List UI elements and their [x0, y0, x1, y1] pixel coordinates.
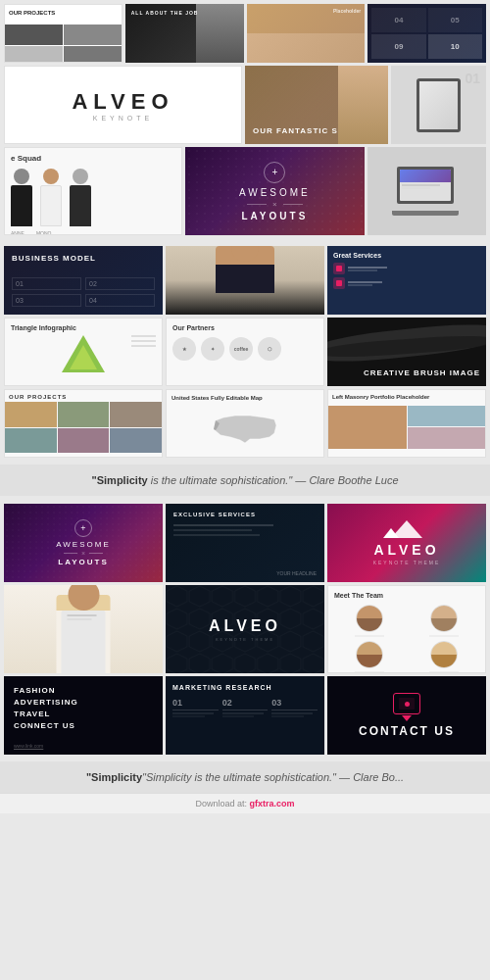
exclusive-title: EXCLUSIVE SERVICES: [173, 512, 317, 519]
placeholder-slide-1: Placeholder: [247, 4, 366, 63]
contact-icon-container: [393, 693, 420, 714]
job-slide-thumb: ALL ABOUT THE JOB: [125, 4, 244, 63]
service-text-2: [348, 281, 480, 286]
member-3-face: [357, 642, 382, 667]
exclusive-headline: YOUR HEADLINE: [276, 570, 317, 576]
mktg-num-3: 03: [271, 698, 318, 708]
job-label-container: ALL ABOUT THE JOB: [131, 10, 199, 17]
screen-top: [400, 170, 451, 182]
num-04: 04: [371, 8, 425, 32]
contact-dot: [405, 702, 410, 707]
member-2-avatar: [430, 605, 458, 632]
brush-slide: CREATIVE BRUSH IMAGE: [327, 318, 486, 386]
fashion-list: FASHION ADVERTISING TRAVEL CONNECT US: [14, 686, 153, 730]
screen-line-2: [402, 187, 430, 189]
triangle-shape: [62, 335, 105, 372]
meet-team-slide: Meet The Team: [327, 585, 486, 673]
bottom-row-3: FASHION ADVERTISING TRAVEL CONNECT US ww…: [4, 676, 486, 755]
alveo-dark-brand: ALVEO: [209, 617, 281, 635]
hat-shirt: [62, 611, 106, 673]
project-photos: [5, 402, 162, 453]
squad-names: ANNE MONO: [11, 230, 175, 235]
masonry-title: Left Masonry Portfolio Placeholder: [328, 390, 485, 406]
biz-num-02: 02: [85, 277, 155, 290]
laptop-lid: [397, 167, 454, 204]
projects-title: OUR PROJECTS: [9, 394, 158, 400]
laptop-frame: [397, 167, 456, 216]
laptop-screen: [400, 170, 451, 201]
service-icon-1: [333, 263, 345, 274]
biz-title: BUSINESS MODEL: [12, 254, 155, 264]
ex-line-2: [173, 529, 252, 531]
partner-3: coffee: [229, 337, 253, 361]
awesome-layouts-slide: + AWESOME × LAYOUTS: [185, 147, 364, 235]
team-member-1: [334, 605, 405, 637]
quote-attr-1: — Clare Boothe Luce: [295, 474, 398, 486]
partner-4: ⬡: [258, 337, 281, 361]
quote-bar-1: "Simplicity is the ultimate sophisticati…: [0, 465, 490, 496]
fashion-link: www.link.com: [14, 743, 43, 749]
mktg-text-1a: [172, 712, 214, 714]
exclusive-services-list: [173, 524, 317, 536]
person-3-head: [73, 169, 88, 184]
person-2-head: [43, 169, 59, 184]
masonry-sm-2: [408, 427, 486, 449]
laptop-base: [392, 211, 459, 216]
quote-text-1: is the ultimate sophistication.": [148, 474, 296, 486]
squad-content: e Squad: [5, 148, 181, 235]
person-2: [40, 169, 62, 226]
screen-content: [419, 81, 458, 129]
screen-bottom: [400, 182, 451, 191]
stripe-2: [68, 618, 92, 620]
num-09: 09: [371, 34, 425, 59]
quote-2-simplicity: Simplicity: [91, 771, 142, 783]
triangle-inner: [70, 345, 97, 369]
legend-line-2: [131, 340, 156, 342]
man-figure: [216, 246, 274, 293]
fashion-item-2: ADVERTISING: [14, 698, 153, 707]
num-grid: 04 05 09 10: [368, 4, 486, 63]
member-4-name: [429, 671, 459, 673]
marketing-col-3: 03: [271, 698, 318, 717]
member-3-avatar: [356, 641, 383, 668]
watermark-site: gfxtra.com: [250, 799, 295, 808]
alveo-dark-sub: KEYNOTE THEME: [216, 637, 274, 642]
watermark-bar: Download at: gfxtra.com: [0, 793, 490, 813]
squad-title: e Squad: [11, 154, 175, 163]
top-section: OUR PROJECTS ALL ABOUT THE JOB Placehold…: [0, 0, 490, 242]
alveo-gradient-sub: KEYNOTE THEME: [373, 560, 441, 565]
mktg-divider-2: [222, 710, 269, 710]
partner-1: ★: [172, 337, 196, 361]
projects-slide-thumb: OUR PROJECTS: [4, 4, 122, 63]
service-row-2: [333, 277, 480, 289]
fashion-link-text: www.link.com: [14, 743, 43, 749]
marketing-col-2: 02: [222, 698, 269, 717]
hat-person-body: [57, 595, 111, 673]
ex-line-3: [173, 534, 260, 536]
marketing-title: MARKETING RESEARCH: [172, 683, 318, 692]
bottom-row-2: ALVEO KEYNOTE THEME Meet The Team: [4, 585, 486, 673]
awesome-2-div: ×: [64, 550, 103, 557]
tablet-center: [416, 66, 461, 144]
biz-num-03: 03: [12, 294, 81, 307]
partners-title: Our Partners: [172, 324, 318, 331]
service-line-1b: [348, 270, 377, 271]
team-member-2: [409, 605, 479, 637]
photo-cell-2: [64, 24, 122, 45]
service-icon-2: [333, 277, 345, 289]
mktg-text-3b: [271, 715, 304, 717]
alveo-main-brand: ALVEO: [72, 89, 173, 115]
map-slide: United States Fully Editable Map: [166, 389, 324, 458]
services-hero-slide: OUR FANTASTIC SERVICES: [245, 66, 388, 144]
shirt-detail: [62, 611, 106, 624]
photo-cell-3: [5, 46, 63, 63]
proj-photo-2: [58, 402, 110, 427]
mktg-text-1b: [172, 715, 205, 717]
plus-icon-2: +: [80, 523, 85, 533]
alveo-dark-content: ALVEO KEYNOTE THEME: [166, 585, 324, 673]
team-member-4: [409, 641, 479, 673]
alveo-mountain-mark: [391, 520, 422, 538]
proj-photo-6: [110, 428, 162, 454]
proj-photo-5: [58, 428, 110, 454]
services-photo: [338, 66, 388, 144]
